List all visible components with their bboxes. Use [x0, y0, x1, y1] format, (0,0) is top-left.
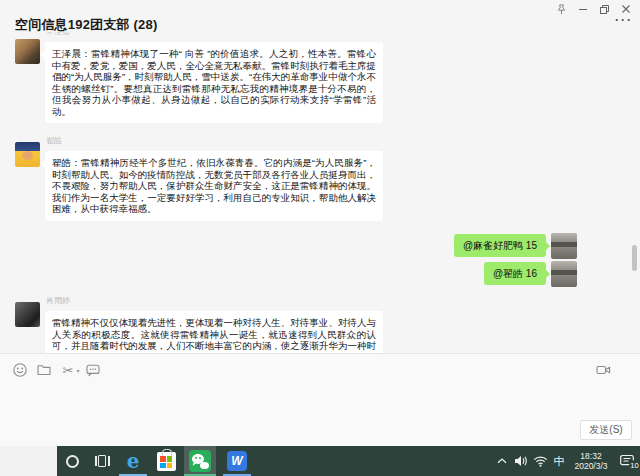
wechat-window: 空间信息192团支部 (28) ··· 王泽晨 王泽晨：雷锋精神体现了一种“ 向… — [0, 0, 640, 476]
send-button[interactable]: 发送(S) — [580, 420, 632, 440]
volume-icon[interactable] — [512, 446, 530, 476]
send-file-icon[interactable] — [35, 361, 53, 379]
title-bar: 空间信息192团支部 (28) ··· — [0, 0, 640, 32]
pin-icon[interactable] — [553, 3, 569, 15]
wps-icon: W — [227, 451, 247, 471]
notification-badge: 10 — [629, 460, 640, 471]
windows-taskbar: e W 中 18:32 2020/3/3 10 — [0, 446, 640, 476]
store-taskbar-button[interactable] — [152, 446, 180, 476]
message-list[interactable]: 王泽晨 王泽晨：雷锋精神体现了一种“ 向善 ”的价值追求。人之初，性本善。雷锋心… — [0, 32, 640, 353]
wechat-taskbar-button[interactable] — [184, 446, 216, 476]
video-call-icon[interactable] — [594, 361, 612, 379]
wechat-icon — [189, 450, 211, 472]
edge-taskbar-button[interactable]: e — [118, 446, 148, 476]
outgoing-message-bubble[interactable]: @麻雀好肥鸭 15 — [454, 234, 546, 257]
task-view-icon — [95, 455, 110, 467]
group-more-button[interactable]: ··· — [612, 12, 636, 28]
clipped-sender-label: 王泽晨 — [46, 32, 70, 35]
sender-name: 肖雨婷 — [46, 295, 70, 306]
minimize-button[interactable] — [575, 3, 591, 15]
action-center-button[interactable]: 10 — [616, 446, 640, 476]
screenshot-dropdown-icon[interactable]: ▾ — [74, 361, 82, 379]
wifi-icon[interactable] — [531, 446, 549, 476]
wps-taskbar-button[interactable]: W — [222, 446, 252, 476]
restore-button[interactable] — [596, 3, 612, 15]
message-bubble[interactable]: 翟皓：雷锋精神历经半个多世纪，依旧永葆青春。它的内涵是“为人民服务”，时刻帮助人… — [45, 151, 383, 221]
task-view-button[interactable] — [88, 446, 116, 476]
window-corner-remnant — [0, 446, 57, 476]
avatar-self[interactable] — [551, 261, 577, 287]
avatar-zhaihao[interactable] — [15, 142, 40, 167]
avatar-self[interactable] — [551, 233, 577, 259]
cortana-button[interactable] — [58, 446, 86, 476]
chat-scrollbar[interactable] — [632, 245, 637, 271]
composer-panel: ✂ ▾ 发送(S) — [0, 353, 640, 446]
emoji-icon[interactable] — [11, 361, 29, 379]
message-input[interactable] — [12, 384, 628, 440]
sender-name: 翟皓 — [46, 135, 62, 146]
taskbar-clock[interactable]: 18:32 2020/3/3 — [568, 446, 614, 476]
avatar-wangzechen[interactable] — [15, 39, 40, 64]
message-bubble[interactable]: 雷锋精神不仅仅体现着先进性，更体现着一种对待人生、对待事业、对待人与人关系的积极… — [45, 311, 383, 353]
outgoing-message-bubble[interactable]: @翟皓 16 — [484, 262, 546, 285]
chat-history-icon[interactable] — [84, 361, 102, 379]
ime-indicator[interactable]: 中 — [550, 446, 568, 476]
time-text: 18:32 — [580, 451, 601, 461]
edge-icon: e — [127, 451, 140, 471]
message-bubble[interactable]: 王泽晨：雷锋精神体现了一种“ 向善 ”的价值追求。人之初，性本善。雷锋心中有爱，… — [45, 42, 383, 123]
cortana-icon — [66, 455, 79, 468]
date-text: 2020/3/3 — [574, 461, 607, 471]
tray-expand-chevron-icon[interactable] — [494, 446, 510, 476]
microsoft-store-icon — [157, 452, 176, 471]
avatar-xiaoyuting[interactable] — [15, 302, 40, 327]
